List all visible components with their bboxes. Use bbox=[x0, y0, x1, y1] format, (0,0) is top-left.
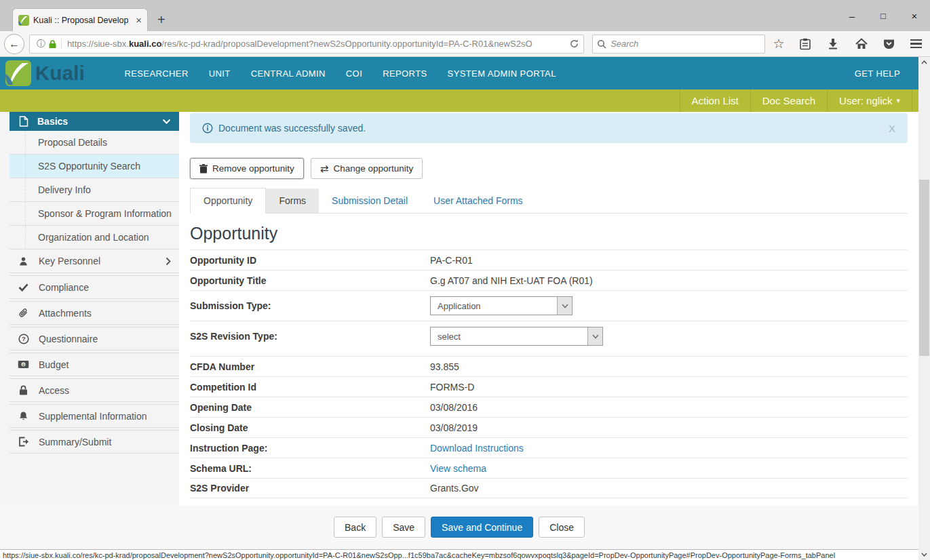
app-nav: RESEARCHER UNIT CENTRAL ADMIN COI REPORT… bbox=[124, 68, 556, 79]
downloads-icon[interactable] bbox=[828, 38, 841, 49]
sidebar-item-delivery-info[interactable]: Delivery Info bbox=[9, 178, 179, 202]
get-help-link[interactable]: GET HELP bbox=[855, 68, 900, 79]
home-icon[interactable] bbox=[855, 38, 869, 49]
sidebar-item-budget[interactable]: 0 Budget bbox=[9, 353, 179, 376]
sidebar-item-supplemental-information[interactable]: Supplemental Information bbox=[9, 404, 179, 428]
search-box[interactable] bbox=[592, 35, 765, 54]
chevron-down-icon bbox=[587, 327, 602, 345]
scroll-down-icon[interactable] bbox=[918, 549, 930, 560]
alert-close-button[interactable]: X bbox=[889, 123, 895, 134]
sidebar-item-compliance[interactable]: Compliance bbox=[9, 275, 179, 299]
remove-opportunity-button[interactable]: Remove opportunity bbox=[190, 158, 304, 179]
person-icon bbox=[18, 256, 29, 266]
url-prefix: https://siue-sbx. bbox=[67, 39, 129, 49]
kuali-logo-icon[interactable] bbox=[5, 60, 31, 86]
chevron-down-icon: ▾ bbox=[896, 96, 900, 105]
back-button[interactable]: ← bbox=[4, 34, 24, 54]
window-controls: – □ × bbox=[836, 0, 930, 31]
reload-icon[interactable] bbox=[569, 39, 579, 49]
minimize-button[interactable]: – bbox=[836, 10, 868, 22]
user-menu[interactable]: User: nglick ▾ bbox=[827, 89, 912, 112]
success-alert: Document was successfully saved. X bbox=[190, 113, 908, 143]
nav-system-admin-portal[interactable]: SYSTEM ADMIN PORTAL bbox=[448, 68, 556, 79]
field-label: Schema URL: bbox=[190, 463, 430, 474]
nav-researcher[interactable]: RESEARCHER bbox=[124, 68, 188, 79]
close-button[interactable]: × bbox=[899, 10, 930, 22]
nav-unit[interactable]: UNIT bbox=[209, 68, 231, 79]
doc-search-link[interactable]: Doc Search bbox=[750, 89, 827, 112]
bell-icon bbox=[18, 411, 29, 421]
sidebar-item-s2s-opportunity-search[interactable]: S2S Opportunity Search bbox=[9, 155, 179, 178]
trash-icon bbox=[199, 164, 208, 174]
sidebar-item-access[interactable]: Access bbox=[9, 378, 179, 402]
nav-reports[interactable]: REPORTS bbox=[383, 68, 427, 79]
sign-out-icon bbox=[18, 437, 29, 447]
field-row-schema-url: Schema URL: View schema bbox=[190, 458, 908, 478]
action-bar: Action List Doc Search User: nglick ▾ bbox=[0, 89, 930, 112]
opportunity-actions: Remove opportunity ⇄ Change opportunity bbox=[190, 158, 908, 179]
kuali-favicon-icon bbox=[18, 15, 29, 26]
menu-icon[interactable] bbox=[910, 39, 922, 49]
s2s-revision-type-select[interactable]: select bbox=[430, 327, 603, 346]
opportunity-tabs: Opportunity Forms Submission Detail User… bbox=[190, 188, 908, 214]
sidebar-item-summary-submit[interactable]: Summary/Submit bbox=[9, 430, 179, 454]
brand-name[interactable]: Kuali bbox=[35, 62, 85, 85]
sidebar-section-basics[interactable]: Basics bbox=[9, 112, 179, 131]
back-page-button[interactable]: Back bbox=[334, 517, 376, 538]
tab-title: Kuali :: Proposal Developme bbox=[33, 16, 128, 25]
url-bar[interactable]: ⓘ https://siue-sbx.kuali.co/res/kc-pd-kr… bbox=[29, 35, 584, 54]
tab-close-icon[interactable]: × bbox=[136, 14, 142, 26]
browser-toolbar: ← ⓘ https://siue-sbx.kuali.co/res/kc-pd-… bbox=[0, 31, 930, 57]
field-value: PA-C-R01 bbox=[430, 255, 473, 266]
view-schema-link[interactable]: View schema bbox=[430, 463, 486, 474]
page-info-icon[interactable]: ⓘ bbox=[37, 38, 45, 50]
chevron-down-icon bbox=[557, 297, 572, 315]
sidebar-item-organization-and-location[interactable]: Organization and Location bbox=[9, 226, 179, 249]
close-page-button[interactable]: Close bbox=[539, 517, 585, 538]
window-titlebar: Kuali :: Proposal Developme × + – □ × bbox=[0, 0, 930, 31]
vertical-scrollbar[interactable] bbox=[918, 57, 930, 560]
search-input[interactable] bbox=[611, 39, 746, 49]
change-opportunity-button[interactable]: ⇄ Change opportunity bbox=[311, 158, 423, 179]
sidebar-item-proposal-details[interactable]: Proposal Details bbox=[9, 131, 179, 155]
https-lock-icon[interactable] bbox=[48, 39, 57, 49]
check-icon bbox=[18, 283, 29, 292]
tab-submission-detail[interactable]: Submission Detail bbox=[319, 188, 421, 213]
sidebar-item-questionnaire[interactable]: ? Questionnaire bbox=[9, 327, 179, 351]
footer-actions: Back Save Save and Continue Close bbox=[0, 505, 918, 549]
reading-list-icon[interactable] bbox=[800, 38, 813, 50]
field-row-closing-date: Closing Date 03/08/2019 bbox=[190, 417, 908, 437]
field-label: S2S Revision Type: bbox=[190, 331, 430, 342]
bookmark-star-icon[interactable]: ☆ bbox=[772, 36, 786, 52]
new-tab-button[interactable]: + bbox=[157, 12, 166, 28]
pocket-icon[interactable] bbox=[883, 39, 897, 49]
sidebar-item-key-personnel[interactable]: Key Personnel bbox=[9, 249, 179, 273]
nav-coi[interactable]: COI bbox=[346, 68, 362, 79]
sidebar-item-sponsor-program-information[interactable]: Sponsor & Program Information bbox=[9, 202, 179, 226]
submission-type-select[interactable]: Application bbox=[430, 296, 573, 315]
sidebar-item-attachments[interactable]: Attachments bbox=[9, 301, 179, 325]
tab-user-attached-forms[interactable]: User Attached Forms bbox=[421, 188, 536, 213]
url-text: https://siue-sbx.kuali.co/res/kc-pd-krad… bbox=[61, 39, 566, 49]
field-row-s2s-provider: S2S Provider Grants.Gov bbox=[190, 478, 908, 498]
action-list-link[interactable]: Action List bbox=[680, 89, 750, 112]
field-value: 03/08/2019 bbox=[430, 422, 478, 433]
maximize-button[interactable]: □ bbox=[868, 11, 899, 21]
download-instructions-link[interactable]: Download Instructions bbox=[430, 443, 524, 454]
tab-forms[interactable]: Forms bbox=[266, 188, 319, 214]
scrollbar-thumb[interactable] bbox=[919, 180, 929, 356]
field-row-instruction-page: Instruction Page: Download Instructions bbox=[190, 437, 908, 458]
paperclip-icon bbox=[18, 308, 29, 318]
field-value: 93.855 bbox=[430, 361, 459, 372]
scroll-up-icon[interactable] bbox=[918, 57, 930, 68]
nav-central-admin[interactable]: CENTRAL ADMIN bbox=[251, 68, 326, 79]
browser-tab[interactable]: Kuali :: Proposal Developme × bbox=[12, 8, 148, 31]
field-label: Opening Date bbox=[190, 402, 430, 413]
tab-opportunity[interactable]: Opportunity bbox=[190, 188, 266, 214]
exchange-arrows-icon: ⇄ bbox=[320, 163, 329, 175]
save-and-continue-button[interactable]: Save and Continue bbox=[431, 517, 533, 538]
field-label: CFDA Number bbox=[190, 361, 430, 372]
field-row-opportunity-title: Opportunity Title G.g AT07 and NIH Ext-U… bbox=[190, 270, 908, 290]
page-title: Opportunity bbox=[190, 224, 908, 249]
save-button[interactable]: Save bbox=[382, 517, 425, 538]
